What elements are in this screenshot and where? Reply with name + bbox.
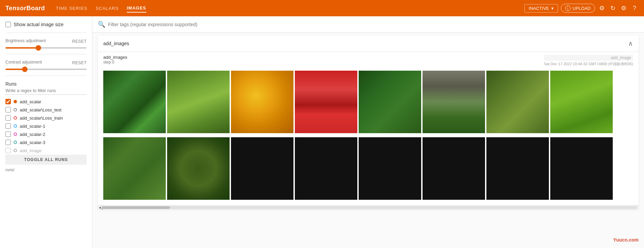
main-content: 🔍 add_images ∧ add_images step 0 [92,16,644,248]
image-tile-8[interactable] [550,71,613,133]
image-timestamp: Sat Dec 17 2022 10:44:32 GMT+0800 (中国标准时… [544,61,633,67]
run-color-scalar-1 [14,124,17,128]
run-item-scalar-2[interactable]: add_scalar-2 [5,130,87,138]
image-tile-16-empty [550,137,613,200]
filter-runs-input[interactable] [5,87,87,95]
brightness-reset-button[interactable]: RESET [72,39,87,44]
nav-scalars[interactable]: SCALARS [96,4,119,12]
image-tile-10[interactable] [167,137,230,200]
run-item-scalar-3[interactable]: add_scalar-3 [5,138,87,146]
image-tile-5[interactable] [359,71,421,133]
search-icon: 🔍 [98,21,105,28]
gear-icon[interactable]: ⚙ [620,4,628,12]
run-item-scalar-1[interactable]: add_scalar-1 [5,122,87,130]
image-set-header: add_images step 0 add_image Sat Dec 17 2… [98,52,639,68]
run-checkbox-loss-test[interactable] [5,107,11,112]
show-actual-size-row[interactable]: Show actual image size [5,22,87,27]
brightness-slider[interactable] [5,47,87,49]
run-color-scalar-3 [14,141,17,144]
step-label: step [103,60,111,65]
contrast-section: Contrast adjustment RESET [5,60,87,70]
horizontal-scrollbar[interactable]: ◀ [98,205,639,209]
watermark: Yuucn.com [613,237,639,243]
run-item-loss-train[interactable]: add_scalar\Loss_train [5,114,87,122]
images-area[interactable]: add_images ∧ add_images step 0 add_image [92,33,644,248]
run-label-add-image: add_image [20,148,41,153]
image-tile-15-empty [486,137,549,200]
show-actual-size-label: Show actual image size [14,22,64,27]
run-checkbox-add-scalar[interactable] [5,99,11,104]
inactive-dropdown[interactable]: INACTIVE ▾ [524,4,558,13]
nav-time-series[interactable]: TIME SERIES [56,4,87,12]
sidebar: Show actual image size Brightness adjust… [0,16,92,248]
runs-title: Runs [5,81,87,87]
step-value: 0 [112,60,114,65]
run-item-loss-test[interactable]: add_scalar\Loss_test [5,106,87,114]
filter-bar: 🔍 [92,16,644,33]
refresh-icon[interactable]: ↻ [609,4,617,12]
image-tile-2[interactable] [167,71,230,133]
contrast-slider[interactable] [5,69,87,70]
runs-section: Runs add_scalar add_scalar\Loss_test [5,81,87,172]
run-checkbox-loss-train[interactable] [5,115,11,121]
dropdown-arrow-icon: ▾ [551,6,554,11]
image-grid-row2 [98,135,639,205]
run-item-add-image[interactable]: add_image [5,146,87,155]
filter-tags-input[interactable] [108,22,639,27]
runs-path: runs/ [5,167,87,172]
scroll-track[interactable] [101,206,637,209]
run-color-add-scalar [14,100,17,103]
image-tile-14-empty [423,137,485,200]
image-set-title: add_images [103,55,127,60]
brightness-section: Brightness adjustment RESET [5,38,87,49]
run-color-scalar-2 [14,132,17,136]
run-label-scalar-1: add_scalar-1 [20,124,45,129]
image-tile-9[interactable] [103,137,166,200]
image-grid-row1 [98,68,639,139]
tag-group-header[interactable]: add_images ∧ [98,35,639,52]
tag-group-title: add_images [103,41,129,46]
show-actual-size-checkbox[interactable] [5,22,11,27]
image-set-step: step 0 [103,60,127,65]
run-checkbox-add-image[interactable] [5,148,11,153]
run-item-add-scalar[interactable]: add_scalar [5,98,87,106]
image-tile-4[interactable] [295,71,357,133]
divider-2 [5,54,87,54]
main-layout: Show actual image size Brightness adjust… [0,16,644,248]
upload-button[interactable]: i UPLOAD [561,4,595,13]
run-label-loss-test: add_scalar\Loss_test [20,107,61,112]
image-tile-11-empty [231,137,293,200]
toggle-all-runs-button[interactable]: TOGGLE ALL RUNS [5,155,87,165]
chevron-up-icon: ∧ [628,39,633,48]
nav-images[interactable]: IMAGES [127,4,146,13]
settings-icon[interactable]: ⚙ [598,4,606,12]
run-label-scalar-2: add_scalar-2 [20,132,45,137]
topnav-right-area: INACTIVE ▾ i UPLOAD ⚙ ↻ ⚙ ? [524,4,639,13]
run-checkbox-scalar-3[interactable] [5,140,11,145]
runs-list: add_scalar add_scalar\Loss_test add_scal… [5,98,87,155]
run-color-loss-train [14,116,17,120]
run-label-add-scalar: add_scalar [20,99,41,104]
top-navigation: TensorBoard TIME SERIES SCALARS IMAGES I… [0,0,644,16]
image-tile-7[interactable] [486,71,549,133]
app-logo: TensorBoard [5,5,45,12]
image-tile-3[interactable] [231,71,293,133]
run-color-add-image [14,149,17,152]
inactive-label: INACTIVE [529,6,549,11]
contrast-slider-row [5,69,87,70]
image-tile-6[interactable] [423,71,485,133]
contrast-reset-button[interactable]: RESET [72,60,87,65]
brightness-slider-row [5,47,87,49]
run-checkbox-scalar-2[interactable] [5,131,11,137]
scroll-thumb[interactable] [102,206,170,209]
run-checkbox-scalar-1[interactable] [5,123,11,129]
divider-1 [5,33,87,33]
contrast-label: Contrast adjustment [5,60,42,65]
divider-3 [5,75,87,76]
image-set-meta: add_image Sat Dec 17 2022 10:44:32 GMT+0… [544,55,633,67]
help-icon[interactable]: ? [630,4,639,12]
tag-group-add-images: add_images ∧ add_images step 0 add_image [98,35,639,209]
image-tile-1[interactable] [103,71,166,133]
run-color-loss-test [14,108,17,111]
upload-info-icon: i [565,5,571,11]
